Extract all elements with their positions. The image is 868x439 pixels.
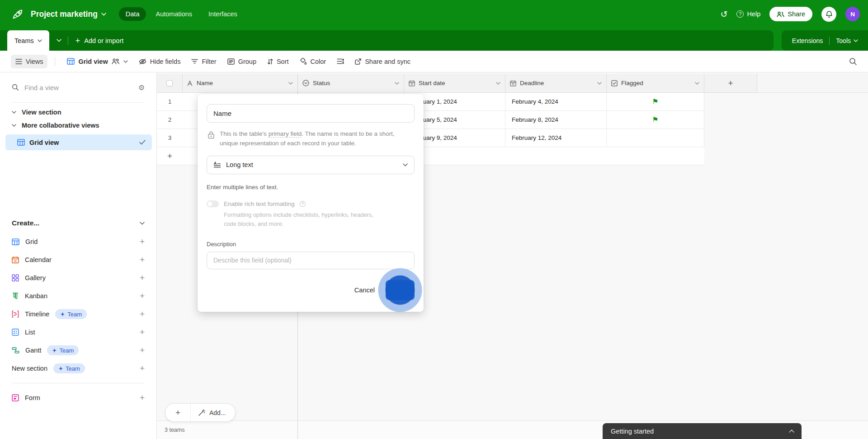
- description-label: Description: [207, 241, 415, 248]
- add-view-icon[interactable]: +: [140, 309, 145, 319]
- field-type-hint: Enter multiple lines of text.: [207, 184, 415, 191]
- cancel-button[interactable]: Cancel: [354, 286, 375, 294]
- add-view-icon[interactable]: +: [140, 393, 145, 403]
- find-view-row: ⚙: [0, 72, 156, 102]
- chevron-down-icon: [38, 39, 42, 42]
- row-number[interactable]: 2: [157, 111, 183, 129]
- create-section-header[interactable]: Create...: [12, 219, 145, 227]
- grid-view-button[interactable]: Grid view: [62, 55, 132, 68]
- sidebar-section-view-section[interactable]: View section: [0, 103, 156, 116]
- sparkle-icon: [58, 366, 63, 371]
- hide-fields-button[interactable]: Hide fields: [134, 55, 185, 68]
- add-record-pill: + Add...: [165, 403, 236, 422]
- search-icon[interactable]: [849, 57, 857, 66]
- column-header-flagged[interactable]: Flagged: [607, 74, 704, 93]
- column-header-deadline[interactable]: 31 Deadline: [505, 74, 607, 93]
- getting-started-panel[interactable]: Getting started: [603, 423, 802, 439]
- group-button[interactable]: Group: [223, 55, 261, 68]
- add-view-icon[interactable]: +: [140, 255, 145, 265]
- create-item-new-section[interactable]: New section Team +: [0, 359, 156, 377]
- tab-data[interactable]: Data: [119, 7, 146, 21]
- add-view-icon[interactable]: +: [140, 345, 145, 355]
- help-icon: ?: [300, 201, 306, 207]
- create-list: Grid + 31 Calendar + Gallery +: [0, 233, 156, 407]
- base-title-menu[interactable]: Project marketing: [31, 10, 106, 19]
- grid-icon: [12, 239, 19, 245]
- sidebar-section-more-collaborative-views[interactable]: More collaborative views: [0, 116, 156, 129]
- column-header-status[interactable]: Status: [298, 74, 404, 93]
- grid-icon: [17, 139, 25, 146]
- select-all-checkbox[interactable]: [166, 80, 173, 86]
- tab-automations[interactable]: Automations: [149, 7, 199, 21]
- row-height-icon: [337, 58, 344, 64]
- create-item-calendar[interactable]: 31 Calendar +: [0, 251, 156, 269]
- sparkle-icon: [60, 312, 65, 317]
- add-record-button[interactable]: +: [165, 404, 191, 421]
- column-header-name[interactable]: Name: [183, 74, 298, 93]
- table-list-chevron-icon[interactable]: [57, 39, 61, 42]
- gear-icon[interactable]: ⚙: [138, 83, 145, 92]
- history-icon[interactable]: ↺: [721, 10, 728, 19]
- cell-deadline[interactable]: February 8, 2024: [505, 111, 607, 129]
- check-icon: [139, 140, 146, 145]
- create-item-timeline[interactable]: Timeline Team +: [0, 305, 156, 323]
- add-view-icon[interactable]: +: [140, 273, 145, 283]
- field-name-input[interactable]: [207, 104, 415, 123]
- views-button[interactable]: Views: [11, 55, 47, 68]
- add-or-import-button[interactable]: + Add or import: [75, 37, 124, 45]
- add-view-icon[interactable]: +: [140, 237, 145, 247]
- extensions-button[interactable]: Extensions: [792, 37, 823, 44]
- table-tab-teams[interactable]: Teams: [7, 30, 49, 51]
- cell-flagged[interactable]: [607, 129, 704, 147]
- share-and-sync-button[interactable]: Share and sync: [350, 55, 415, 68]
- rich-text-toggle-row: Enable rich text formatting ?: [207, 200, 415, 207]
- add-view-icon[interactable]: +: [140, 291, 145, 301]
- filter-button[interactable]: Filter: [187, 55, 221, 68]
- create-item-list[interactable]: List +: [0, 323, 156, 341]
- chevron-down-icon: [496, 82, 500, 85]
- row-number[interactable]: 1: [157, 93, 183, 111]
- create-item-kanban[interactable]: Kanban +: [0, 287, 156, 305]
- rich-text-toggle: [207, 200, 219, 207]
- cell-flagged[interactable]: ⚑: [607, 111, 704, 129]
- share-button[interactable]: Share: [769, 7, 812, 21]
- divider: [12, 383, 145, 383]
- grid-canvas: Name Status 31 Start date 31 Deadline Fl…: [157, 72, 868, 439]
- flag-icon: ⚑: [652, 98, 658, 105]
- row-number[interactable]: 3: [157, 129, 183, 147]
- paint-icon: [300, 58, 307, 65]
- help-button[interactable]: ? Help: [736, 10, 760, 18]
- add-view-icon[interactable]: +: [140, 327, 145, 337]
- sort-button[interactable]: Sort: [263, 55, 293, 68]
- team-badge: Team: [55, 309, 87, 319]
- primary-field-term[interactable]: primary field: [269, 130, 302, 138]
- cell-flagged[interactable]: ⚑: [607, 93, 704, 111]
- cell-deadline[interactable]: February 4, 2024: [505, 93, 607, 111]
- color-button[interactable]: Color: [295, 55, 331, 68]
- create-item-grid[interactable]: Grid +: [0, 233, 156, 251]
- calendar-icon: 31: [12, 256, 19, 263]
- add-field-button[interactable]: +: [704, 74, 757, 93]
- sidebar-item-grid-view[interactable]: Grid view: [5, 134, 152, 150]
- click-indicator-inner: [386, 275, 415, 305]
- tab-interfaces[interactable]: Interfaces: [202, 7, 244, 21]
- add-row-button[interactable]: +: [157, 151, 183, 161]
- create-item-gantt[interactable]: Gantt Team +: [0, 341, 156, 359]
- field-type-select[interactable]: Long text: [207, 156, 415, 174]
- add-section-icon[interactable]: +: [140, 363, 145, 373]
- save-button-area: [386, 280, 415, 300]
- cell-deadline[interactable]: February 12, 2024: [505, 129, 607, 147]
- notifications-button[interactable]: [821, 7, 836, 22]
- user-avatar[interactable]: N: [845, 7, 860, 21]
- record-count: 3 teams: [165, 427, 184, 433]
- column-header-start-date[interactable]: 31 Start date: [404, 74, 505, 93]
- tools-button[interactable]: Tools: [836, 37, 858, 44]
- find-view-input[interactable]: [24, 84, 133, 91]
- row-height-button[interactable]: [332, 55, 349, 67]
- add-with-ai-button[interactable]: Add...: [191, 409, 235, 416]
- description-input[interactable]: [207, 252, 415, 269]
- people-icon: [777, 11, 784, 17]
- create-item-gallery[interactable]: Gallery +: [0, 269, 156, 287]
- create-item-form[interactable]: Form +: [0, 389, 156, 407]
- modal-footer: Cancel: [207, 280, 415, 300]
